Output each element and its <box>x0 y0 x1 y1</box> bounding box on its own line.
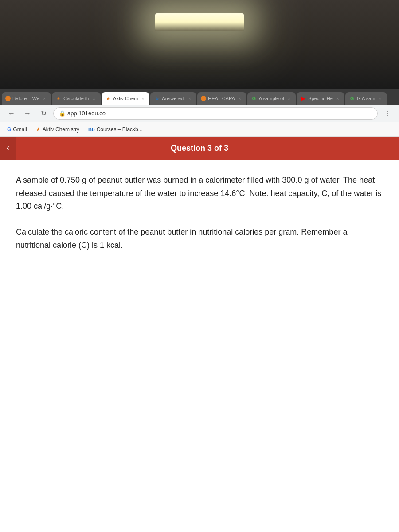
bookmark-courses-favicon: Bb <box>88 127 95 132</box>
tab-aktiv[interactable]: ★ Aktiv Chem × <box>102 92 149 105</box>
tab-calculate[interactable]: ★ Calculate th × <box>52 92 101 105</box>
tab-answered-close[interactable]: × <box>187 95 193 102</box>
tab-asam-close[interactable]: × <box>377 95 383 102</box>
tab-before[interactable]: Before _ We × <box>2 92 51 105</box>
address-input[interactable]: 🔒 app.101edu.co <box>53 107 378 120</box>
bookmark-courses[interactable]: Bb Courses – Blackb... <box>85 124 146 135</box>
tab-heat-label: HEAT CAPA <box>208 96 235 101</box>
tab-asam[interactable]: G G A sam × <box>345 92 387 105</box>
tab-aktiv-label: Aktiv Chem <box>113 96 138 101</box>
tab-specific-close[interactable]: × <box>335 95 341 102</box>
bookmark-gmail[interactable]: G Gmail <box>4 124 31 135</box>
question-paragraph-2: Calculate the caloric content of the pea… <box>16 226 383 252</box>
tab-specific-favicon: ▶ <box>300 95 306 102</box>
tab-asam-favicon: G <box>349 95 355 102</box>
tab-calculate-favicon: ★ <box>55 95 62 102</box>
tab-aktiv-favicon: ★ <box>105 95 111 102</box>
tab-answered-favicon: b <box>154 95 160 102</box>
address-bar: ← → ↻ 🔒 app.101edu.co ⋮ <box>0 105 399 122</box>
tab-sample-favicon: G <box>251 95 257 102</box>
bookmarks-bar: G Gmail ★ Aktiv Chemistry Bb Courses – B… <box>0 122 399 137</box>
question-body: A sample of 0.750 g of peanut butter was… <box>0 160 399 278</box>
question-header: ‹ Question 3 of 3 <box>0 137 399 160</box>
tab-heat-favicon <box>201 96 206 101</box>
tab-specific-label: Specific He <box>308 96 333 101</box>
back-arrow-icon: ‹ <box>6 142 9 154</box>
address-text: app.101edu.co <box>67 110 106 117</box>
question-paragraph-1: A sample of 0.750 g of peanut butter was… <box>16 174 383 213</box>
bookmark-aktiv[interactable]: ★ Aktiv Chemistry <box>32 124 83 135</box>
bookmark-courses-label: Courses – Blackb... <box>97 126 143 133</box>
tab-calculate-label: Calculate th <box>63 96 89 101</box>
back-button[interactable]: ‹ <box>0 137 16 160</box>
light-fixture <box>155 13 244 31</box>
bookmark-gmail-favicon: G <box>7 126 11 133</box>
bookmark-gmail-label: Gmail <box>13 126 27 133</box>
tab-sample-label: A sample of <box>259 96 284 101</box>
tab-calculate-close[interactable]: × <box>91 95 97 102</box>
tab-sample[interactable]: G A sample of × <box>247 92 296 105</box>
tab-before-favicon <box>5 96 11 101</box>
tab-heat[interactable]: HEAT CAPA × <box>197 92 246 105</box>
question-counter: Question 3 of 3 <box>171 144 228 153</box>
tabs-bar: Before _ We × ★ Calculate th × ★ Aktiv C… <box>0 89 399 105</box>
page-content: ‹ Question 3 of 3 A sample of 0.750 g of… <box>0 137 399 278</box>
tab-before-close[interactable]: × <box>41 95 47 102</box>
tab-sample-close[interactable]: × <box>286 95 292 102</box>
tab-answered[interactable]: b Answered: × <box>150 92 196 105</box>
reload-button[interactable]: ↻ <box>37 107 50 120</box>
forward-nav-button[interactable]: → <box>21 107 34 120</box>
tab-heat-close[interactable]: × <box>237 95 243 102</box>
tab-answered-label: Answered: <box>162 96 185 101</box>
tab-before-label: Before _ We <box>12 96 39 101</box>
tab-asam-label: G A sam <box>357 96 376 101</box>
bookmark-aktiv-label: Aktiv Chemistry <box>43 126 79 133</box>
tab-specific[interactable]: ▶ Specific He × <box>297 92 344 105</box>
browser-window: Before _ We × ★ Calculate th × ★ Aktiv C… <box>0 89 399 532</box>
tab-aktiv-close[interactable]: × <box>140 95 146 102</box>
back-nav-button[interactable]: ← <box>5 107 18 120</box>
desk-background <box>0 0 399 89</box>
extensions-button[interactable]: ⋮ <box>381 107 394 120</box>
bookmark-aktiv-favicon: ★ <box>36 126 41 133</box>
